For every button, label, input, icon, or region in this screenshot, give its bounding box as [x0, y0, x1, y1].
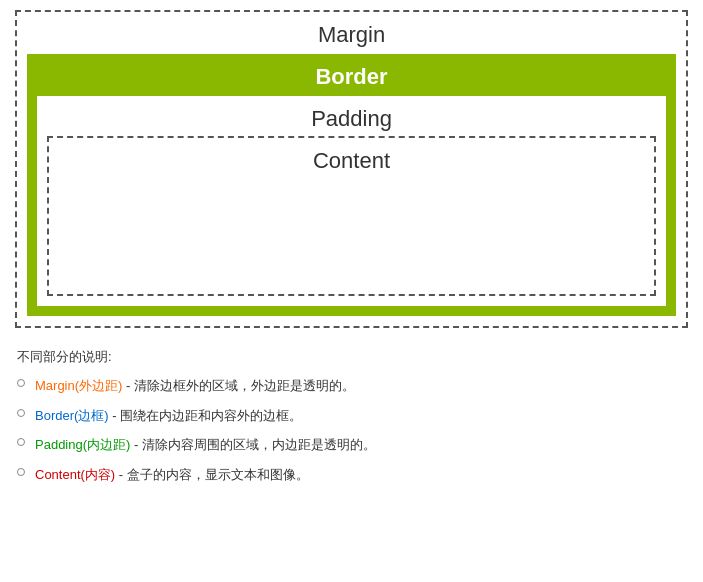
list-item: Content(内容) - 盒子的内容，显示文本和图像。: [17, 465, 686, 485]
list-item: Border(边框) - 围绕在内边距和内容外的边框。: [17, 406, 686, 426]
list-item-term: Margin(外边距): [35, 378, 122, 393]
description-section: 不同部分的说明: Margin(外边距) - 清除边框外的区域，外边距是透明的。…: [15, 340, 688, 502]
bullet-icon: [17, 379, 25, 387]
list-item-desc: 清除边框外的区域，外边距是透明的。: [134, 378, 355, 393]
list-item-term: Padding(内边距): [35, 437, 130, 452]
border-label: Border: [37, 64, 666, 90]
bullet-icon: [17, 438, 25, 446]
list-item-content: Padding(内边距) - 清除内容周围的区域，内边距是透明的。: [35, 435, 376, 455]
description-title: 不同部分的说明:: [17, 348, 686, 366]
list-item-content: Content(内容) - 盒子的内容，显示文本和图像。: [35, 465, 309, 485]
padding-box: Padding Content: [37, 96, 666, 306]
list-item-separator: -: [130, 437, 142, 452]
list-item-content: Margin(外边距) - 清除边框外的区域，外边距是透明的。: [35, 376, 355, 396]
content-label: Content: [59, 148, 644, 174]
list-item-desc: 围绕在内边距和内容外的边框。: [120, 408, 302, 423]
list-item-desc: 盒子的内容，显示文本和图像。: [127, 467, 309, 482]
description-list: Margin(外边距) - 清除边框外的区域，外边距是透明的。Border(边框…: [17, 376, 686, 484]
list-item: Padding(内边距) - 清除内容周围的区域，内边距是透明的。: [17, 435, 686, 455]
list-item-term: Content(内容): [35, 467, 115, 482]
bullet-icon: [17, 409, 25, 417]
list-item-separator: -: [109, 408, 121, 423]
list-item-term: Border(边框): [35, 408, 109, 423]
border-box: Border Padding Content: [27, 54, 676, 316]
bullet-icon: [17, 468, 25, 476]
list-item-separator: -: [115, 467, 127, 482]
list-item-content: Border(边框) - 围绕在内边距和内容外的边框。: [35, 406, 302, 426]
padding-label: Padding: [47, 106, 656, 132]
list-item-desc: 清除内容周围的区域，内边距是透明的。: [142, 437, 376, 452]
content-box: Content: [47, 136, 656, 296]
margin-label: Margin: [27, 22, 676, 48]
list-item: Margin(外边距) - 清除边框外的区域，外边距是透明的。: [17, 376, 686, 396]
list-item-separator: -: [122, 378, 134, 393]
diagram-outer-margin: Margin Border Padding Content: [15, 10, 688, 328]
